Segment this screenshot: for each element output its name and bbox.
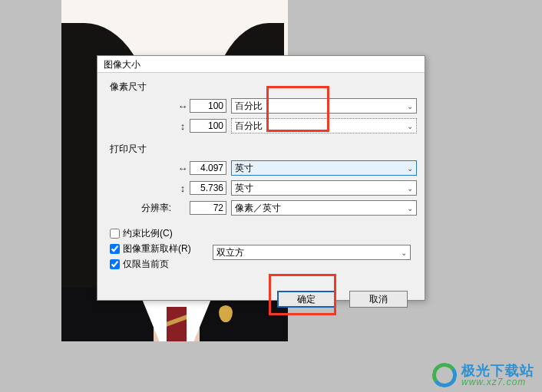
pixel-height-unit-select[interactable]: 百分比 ⌄ [231,118,417,133]
horizontal-arrow-icon: ↔ [176,163,190,174]
resolution-unit-label: 像素／英寸 [235,202,281,215]
watermark-text-cn: 极光下载站 [461,364,534,377]
pixel-height-row: ↕ 百分比 ⌄ [105,117,417,135]
print-section-label: 打印尺寸 [110,143,417,156]
chevron-down-icon: ⌄ [407,102,413,110]
resolution-label: 分辨率: [105,202,176,215]
resolution-input[interactable] [190,201,226,215]
vertical-arrow-icon: ↕ [176,120,190,132]
constrain-ratio-label: 约束比例(C) [123,227,173,240]
chevron-down-icon: ⌄ [407,204,413,212]
dialog-title: 图像大小 [97,56,425,73]
current-only-label: 仅限当前页 [123,258,169,271]
resample-method-label: 双立方 [216,246,244,259]
watermark: 极光下载站 www.xz7.com [432,363,534,387]
image-size-dialog: 图像大小 像素尺寸 ↔ 百分比 ⌄ ↕ 百分比 ⌄ 打印尺寸 ↔ [97,55,425,301]
pixel-width-row: ↔ 百分比 ⌄ [105,97,417,115]
pixel-width-unit-label: 百分比 [235,100,263,113]
print-height-unit-select[interactable]: 英寸 ⌄ [231,180,417,196]
print-height-unit-label: 英寸 [235,182,253,195]
constrain-ratio-checkbox[interactable] [110,229,120,239]
chevron-down-icon: ⌄ [407,164,413,173]
pixel-width-unit-select[interactable]: 百分比 ⌄ [231,98,417,114]
horizontal-arrow-icon: ↔ [176,100,190,112]
resample-method-select[interactable]: 双立方 ⌄ [213,245,411,260]
chevron-down-icon: ⌄ [407,122,413,130]
resolution-row: 分辨率: 像素／英寸 ⌄ [105,199,417,217]
current-only-checkbox[interactable] [110,259,120,269]
chevron-down-icon: ⌄ [401,249,407,257]
chevron-down-icon: ⌄ [407,184,413,193]
ok-button[interactable]: 确定 [277,291,335,308]
vertical-arrow-icon: ↕ [176,183,190,194]
constrain-ratio-row: 约束比例(C) [110,226,417,240]
resolution-unit-select[interactable]: 像素／英寸 ⌄ [231,200,417,216]
cancel-button[interactable]: 取消 [349,291,408,308]
pixel-width-input[interactable] [190,99,226,113]
print-width-row: ↔ 英寸 ⌄ [105,159,417,177]
print-height-input[interactable] [190,181,226,195]
print-height-row: ↕ 英寸 ⌄ [105,179,417,197]
pixel-height-unit-label: 百分比 [235,120,263,133]
pixel-height-input[interactable] [190,119,226,133]
watermark-logo-icon [432,363,457,387]
print-width-unit-select[interactable]: 英寸 ⌄ [231,160,417,176]
resample-checkbox[interactable] [110,244,120,254]
resample-label: 图像重新取样(R) [123,242,191,255]
pixel-section-label: 像素尺寸 [110,81,417,94]
watermark-text-url: www.xz7.com [461,377,534,387]
print-width-unit-label: 英寸 [235,162,253,175]
print-width-input[interactable] [190,161,226,175]
